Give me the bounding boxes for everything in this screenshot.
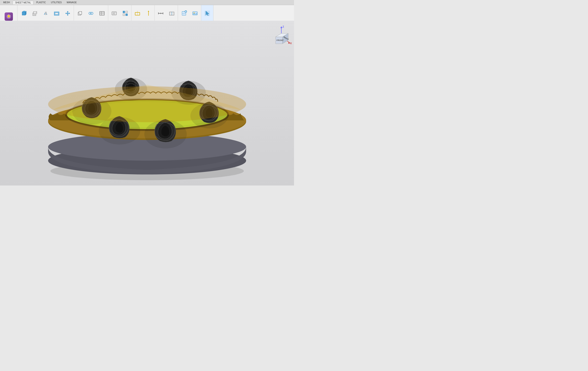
construct-icons bbox=[131, 5, 155, 22]
front-face-label: FRONT bbox=[276, 39, 284, 41]
insert-mesh-icon bbox=[180, 10, 188, 17]
move-icon bbox=[64, 10, 71, 17]
svg-rect-1 bbox=[22, 12, 25, 15]
cube-nav-svg: Z X FRONT RIGHT bbox=[271, 25, 292, 51]
assemble-btn-2[interactable] bbox=[85, 9, 96, 18]
tab-plastic[interactable]: PLASTIC bbox=[34, 1, 48, 4]
inspect-icons bbox=[155, 5, 178, 22]
svg-rect-10 bbox=[55, 13, 58, 14]
insert-image-icon bbox=[191, 10, 199, 17]
new-component-icon bbox=[76, 10, 84, 17]
construct-btn-2[interactable] bbox=[143, 9, 154, 18]
tab-mesh[interactable]: MESH bbox=[1, 1, 12, 4]
table-icon bbox=[98, 10, 106, 17]
modify-icons bbox=[18, 5, 74, 22]
modify-btn-2[interactable] bbox=[29, 9, 40, 18]
svg-marker-34 bbox=[148, 10, 149, 12]
configure-icons bbox=[108, 5, 131, 22]
modify-btn-5[interactable] bbox=[62, 9, 73, 18]
svg-line-6 bbox=[33, 11, 34, 13]
svg-rect-28 bbox=[126, 11, 127, 13]
select-icons bbox=[201, 5, 213, 22]
nav-tabs: MESH SHEET METAL PLASTIC UTILITIES MANAG… bbox=[0, 0, 294, 5]
modify-btn-1[interactable] bbox=[18, 9, 29, 18]
svg-rect-27 bbox=[123, 11, 125, 13]
plane-icon bbox=[134, 10, 141, 17]
viewport[interactable]: Z X FRONT RIGHT bbox=[0, 21, 294, 186]
modify-btn-4[interactable] bbox=[51, 9, 62, 18]
configure-grid-icon bbox=[122, 10, 129, 17]
configure-btn-2[interactable] bbox=[120, 9, 131, 18]
automate-icon bbox=[5, 12, 13, 21]
inspect-btn-2[interactable] bbox=[166, 9, 177, 18]
svg-rect-29 bbox=[123, 14, 125, 16]
insert-icons bbox=[178, 5, 201, 22]
revolve-icon bbox=[42, 10, 49, 17]
insert-btn-1[interactable] bbox=[178, 9, 189, 18]
axis-icon bbox=[145, 10, 152, 17]
x-axis-label: X bbox=[290, 42, 292, 45]
insert-btn-2[interactable] bbox=[189, 9, 200, 18]
assemble-btn-1[interactable] bbox=[74, 9, 85, 18]
create-solid-icon bbox=[20, 10, 27, 17]
z-axis-label: Z bbox=[283, 25, 284, 28]
svg-rect-19 bbox=[100, 11, 104, 15]
section-analysis-icon bbox=[168, 10, 175, 17]
svg-rect-47 bbox=[193, 12, 197, 15]
svg-rect-8 bbox=[45, 12, 46, 15]
construct-btn-1[interactable] bbox=[132, 9, 143, 18]
joint-icon bbox=[87, 10, 95, 17]
pie-bowl-scene bbox=[21, 22, 274, 184]
modify-btn-3[interactable] bbox=[40, 9, 51, 18]
measure-icon bbox=[157, 10, 164, 17]
svg-marker-68 bbox=[280, 26, 282, 28]
configure-btn-1[interactable] bbox=[109, 9, 120, 18]
cube-navigator[interactable]: Z X FRONT RIGHT bbox=[271, 25, 289, 48]
tab-manage[interactable]: MANAGE bbox=[64, 1, 79, 4]
svg-marker-3 bbox=[25, 11, 26, 15]
assemble-btn-3[interactable] bbox=[96, 9, 107, 18]
inspect-btn-1[interactable] bbox=[155, 9, 166, 18]
shell-icon bbox=[53, 10, 60, 17]
tab-sheet-metal[interactable]: SHEET METAL bbox=[13, 1, 34, 4]
parameter-icon bbox=[111, 10, 118, 17]
svg-marker-2 bbox=[22, 11, 25, 12]
3d-scene bbox=[0, 21, 294, 186]
select-cursor-icon bbox=[203, 10, 211, 17]
assemble-icons bbox=[74, 5, 108, 22]
extrude-icon bbox=[31, 10, 38, 17]
select-btn-1[interactable] bbox=[202, 9, 213, 18]
tab-utilities[interactable]: UTILITIES bbox=[49, 1, 64, 4]
svg-rect-30 bbox=[126, 14, 127, 16]
